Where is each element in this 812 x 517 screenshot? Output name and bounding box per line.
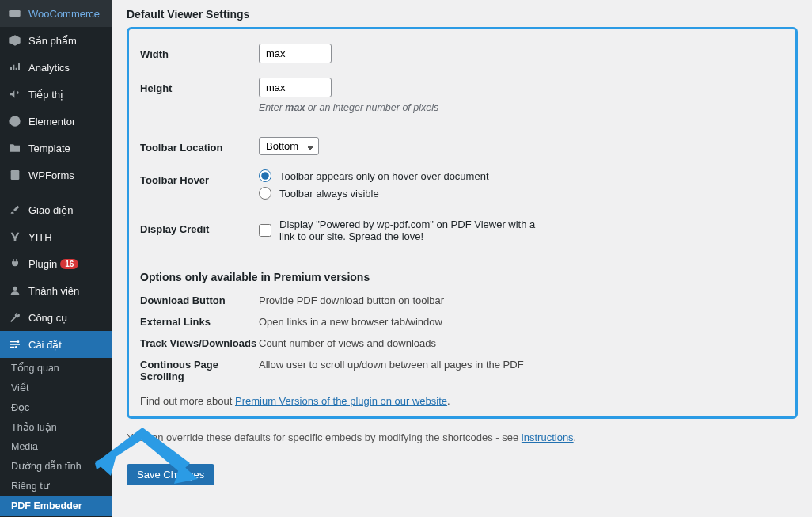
folder-icon [8,141,22,155]
plug-icon [8,257,22,271]
hover-radio-onhover[interactable] [259,169,271,182]
width-label: Width [140,44,259,63]
sidebar-item-appearance[interactable]: Giao diện [0,196,112,223]
sidebar-label: Template [28,143,70,154]
row-display-credit: Display Credit Display "Powered by wp-pd… [140,219,784,247]
sidebar-label: Tiếp thị [28,89,63,101]
sliders-icon [8,337,22,352]
chart-icon [8,60,22,74]
sidebar-label: Plugin [28,258,57,270]
prem-row-external: External LinksOpen links in a new browse… [140,316,784,328]
sidebar-label: Analytics [28,62,70,74]
sidebar-item-yith[interactable]: YITH [0,223,112,250]
sidebar-label: YITH [28,231,52,243]
sidebar-label: Elementor [28,116,75,127]
height-hint: Enter max or an integer number of pixels [259,102,784,113]
display-credit-label: Display Credit [140,219,259,247]
sidebar-sub-privacy[interactable]: Riêng tư [0,476,112,496]
sidebar-item-elementor[interactable]: Elementor [0,108,112,135]
sidebar-item-plugin[interactable]: Plugin16 [0,250,112,277]
sidebar-sub-discussion[interactable]: Thảo luận [0,417,112,437]
save-changes-button[interactable]: Save Changes [127,464,214,485]
woocommerce-icon [8,6,22,21]
wrench-icon [8,310,22,325]
toolbar-location-label: Toolbar Location [140,137,259,155]
sidebar-item-woocommerce[interactable]: WooCommerce [0,0,112,27]
hover-radio-always[interactable] [259,187,271,200]
sidebar-label: Công cụ [28,312,67,324]
height-input[interactable] [259,78,332,97]
sidebar-item-users[interactable]: Thành viên [0,277,112,304]
sidebar-sub-permalinks[interactable]: Đường dẫn tĩnh [0,456,112,476]
sidebar-item-settings[interactable]: Cài đặt [0,331,112,358]
instructions-link[interactable]: instructions [522,431,574,443]
sidebar-item-tools[interactable]: Công cụ [0,304,112,331]
svg-rect-2 [11,170,20,180]
row-toolbar-hover: Toolbar Hover Toolbar appears only on ho… [140,169,784,204]
yith-icon [8,230,22,244]
sidebar-label: WooCommerce [28,8,100,20]
height-label: Height [140,78,259,113]
svg-point-3 [13,287,17,291]
prem-row-track: Track Views/DownloadsCount number of vie… [140,337,784,349]
premium-link[interactable]: Premium Versions of the plugin on our we… [235,395,447,407]
override-text: You can override these defaults for spec… [127,431,798,443]
form-icon [8,168,22,182]
main-content: Default Viewer Settings Width Height Ent… [112,0,812,517]
section-title-default-viewer: Default Viewer Settings [127,8,798,21]
admin-sidebar: WooCommerce Sản phẩm Analytics Tiếp thị … [0,0,112,517]
svg-rect-0 [9,10,20,17]
display-credit-checkbox[interactable] [259,224,271,237]
svg-point-1 [9,116,20,126]
prem-row-download: Download ButtonProvide PDF download butt… [140,295,784,306]
sidebar-label: Cài đặt [28,339,62,351]
display-credit-text: Display "Powered by wp-pdf.com" on PDF V… [279,219,548,242]
sidebar-label: Sản phẩm [28,35,77,47]
sidebar-item-wpforms[interactable]: WPForms [0,162,112,188]
sidebar-item-products[interactable]: Sản phẩm [0,27,112,54]
sidebar-sub-media[interactable]: Media [0,437,112,456]
width-input[interactable] [259,44,332,63]
hover-option2-text: Toolbar always visible [279,188,379,200]
toolbar-hover-label: Toolbar Hover [140,169,259,204]
hover-option1-text: Toolbar appears only on hover over docum… [279,170,489,182]
plugin-update-badge: 16 [60,259,78,269]
sidebar-sub-general[interactable]: Tổng quan [0,358,112,378]
settings-highlight-box: Width Height Enter max or an integer num… [127,27,798,419]
sidebar-sub-reading[interactable]: Đọc [0,397,112,417]
sidebar-item-marketing[interactable]: Tiếp thị [0,81,112,108]
user-icon [8,283,22,298]
row-width: Width [140,44,784,63]
sidebar-sub-writing[interactable]: Viết [0,378,112,397]
findout-text: Find out more about Premium Versions of … [140,395,784,407]
box-icon [8,33,22,48]
megaphone-icon [8,87,22,101]
sidebar-label: Thành viên [28,285,79,297]
row-height: Height Enter max or an integer number of… [140,78,784,113]
premium-section-title: Options only available in Premium versio… [140,271,784,283]
sidebar-label: WPForms [28,169,74,181]
sidebar-sub-pdfembedder[interactable]: PDF Embedder [0,496,112,516]
sidebar-item-analytics[interactable]: Analytics [0,54,112,81]
svg-point-5 [15,346,17,348]
toolbar-location-select[interactable]: Bottom [259,137,319,155]
prem-row-scroll: Continous Page ScrollingAllow user to sc… [140,359,784,382]
sidebar-label: Giao diện [28,204,73,216]
elementor-icon [8,114,22,128]
row-toolbar-location: Toolbar Location Bottom [140,137,784,155]
svg-point-4 [17,340,20,343]
sidebar-item-template[interactable]: Template [0,135,112,162]
brush-icon [8,203,22,217]
